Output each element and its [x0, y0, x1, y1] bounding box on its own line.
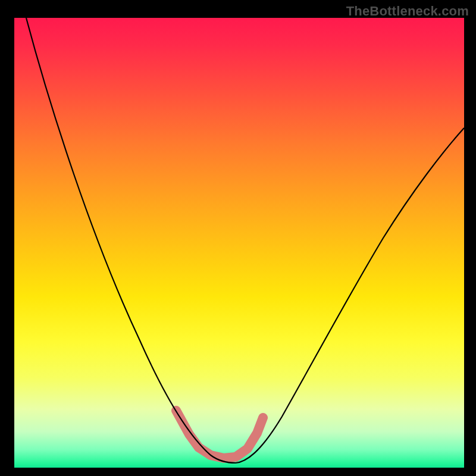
bottleneck-curve [14, 18, 464, 468]
chart-frame: TheBottleneck.com [0, 0, 476, 476]
watermark-text: TheBottleneck.com [346, 4, 469, 19]
plot-area [14, 18, 464, 468]
highlight-band [176, 411, 263, 458]
curve-left [26, 18, 236, 463]
curve-right [236, 128, 464, 463]
